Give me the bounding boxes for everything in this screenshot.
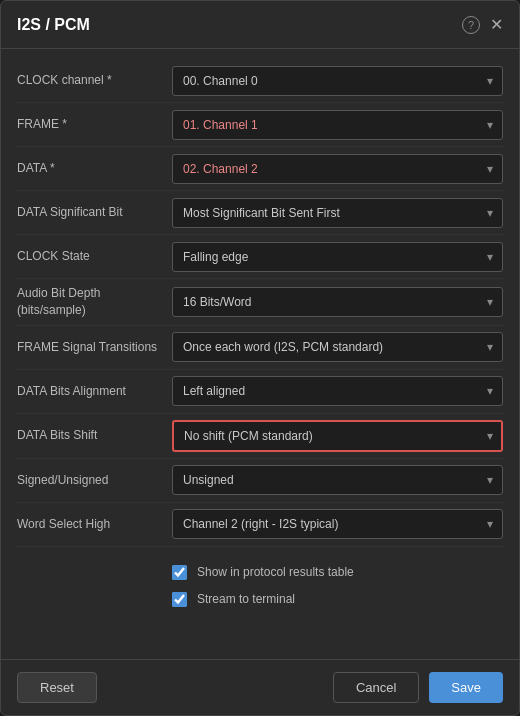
close-icon[interactable]: ✕ [490,15,503,34]
frame-signal-transitions-select[interactable]: Once each word (I2S, PCM standard) Twice… [172,332,503,362]
stream-terminal-label[interactable]: Stream to terminal [197,592,295,606]
checkboxes-section: Show in protocol results table Stream to… [17,547,503,619]
field-control-word-select-high: Channel 2 (right - I2S typical) Channel … [172,509,503,539]
field-row-frame: FRAME * 01. Channel 1 00. Channel 0 02. … [17,103,503,147]
field-control-data-bits-alignment: Left aligned Right aligned [172,376,503,406]
frame-select[interactable]: 01. Channel 1 00. Channel 0 02. Channel … [172,110,503,140]
clock-channel-select[interactable]: 00. Channel 0 01. Channel 1 02. Channel … [172,66,503,96]
save-button[interactable]: Save [429,672,503,703]
checkbox-row-stream-terminal: Stream to terminal [17,586,503,613]
checkbox-row-show-protocol: Show in protocol results table [17,559,503,586]
field-control-audio-bit-depth: 8 Bits/Word 16 Bits/Word 24 Bits/Word 32… [172,287,503,317]
field-row-data-bits-alignment: DATA Bits Alignment Left aligned Right a… [17,370,503,414]
field-label-data-bits-shift: DATA Bits Shift [17,427,172,444]
dialog-body: CLOCK channel * 00. Channel 0 01. Channe… [1,49,519,659]
field-row-data-bits-shift: DATA Bits Shift No shift (PCM standard) … [17,414,503,459]
field-label-clock-channel: CLOCK channel * [17,72,172,89]
field-row-clock-channel: CLOCK channel * 00. Channel 0 01. Channe… [17,59,503,103]
field-row-data: DATA * 02. Channel 2 00. Channel 0 01. C… [17,147,503,191]
field-control-data-bits-shift: No shift (PCM standard) 1 bit shift [172,420,503,452]
dialog-footer: Reset Cancel Save [1,659,519,715]
dialog-header: I2S / PCM ? ✕ [1,1,519,49]
field-row-data-significant-bit: DATA Significant Bit Most Significant Bi… [17,191,503,235]
stream-terminal-checkbox[interactable] [172,592,187,607]
audio-bit-depth-select[interactable]: 8 Bits/Word 16 Bits/Word 24 Bits/Word 32… [172,287,503,317]
field-row-audio-bit-depth: Audio Bit Depth (bits/sample) 8 Bits/Wor… [17,279,503,326]
word-select-high-select[interactable]: Channel 2 (right - I2S typical) Channel … [172,509,503,539]
field-label-frame: FRAME * [17,116,172,133]
data-select[interactable]: 02. Channel 2 00. Channel 0 01. Channel … [172,154,503,184]
field-row-clock-state: CLOCK State Falling edge Rising edge [17,235,503,279]
i2s-pcm-dialog: I2S / PCM ? ✕ CLOCK channel * 00. Channe… [0,0,520,716]
field-label-data-significant-bit: DATA Significant Bit [17,204,172,221]
field-label-frame-signal-transitions: FRAME Signal Transitions [17,339,172,356]
cancel-button[interactable]: Cancel [333,672,419,703]
clock-state-select[interactable]: Falling edge Rising edge [172,242,503,272]
show-protocol-checkbox[interactable] [172,565,187,580]
signed-unsigned-select[interactable]: Unsigned Signed [172,465,503,495]
field-control-data-significant-bit: Most Significant Bit Sent First Least Si… [172,198,503,228]
show-protocol-label[interactable]: Show in protocol results table [197,565,354,579]
data-bits-shift-select[interactable]: No shift (PCM standard) 1 bit shift [172,420,503,452]
field-label-clock-state: CLOCK State [17,248,172,265]
field-control-frame: 01. Channel 1 00. Channel 0 02. Channel … [172,110,503,140]
reset-button[interactable]: Reset [17,672,97,703]
field-row-signed-unsigned: Signed/Unsigned Unsigned Signed [17,459,503,503]
field-label-audio-bit-depth: Audio Bit Depth (bits/sample) [17,285,172,319]
field-row-frame-signal-transitions: FRAME Signal Transitions Once each word … [17,326,503,370]
field-control-clock-state: Falling edge Rising edge [172,242,503,272]
help-icon[interactable]: ? [462,16,480,34]
footer-right-buttons: Cancel Save [333,672,503,703]
field-control-signed-unsigned: Unsigned Signed [172,465,503,495]
dialog-title: I2S / PCM [17,16,452,34]
field-label-data: DATA * [17,160,172,177]
field-control-data: 02. Channel 2 00. Channel 0 01. Channel … [172,154,503,184]
field-control-frame-signal-transitions: Once each word (I2S, PCM standard) Twice… [172,332,503,362]
field-row-word-select-high: Word Select High Channel 2 (right - I2S … [17,503,503,547]
field-control-clock-channel: 00. Channel 0 01. Channel 1 02. Channel … [172,66,503,96]
field-label-word-select-high: Word Select High [17,516,172,533]
data-significant-bit-select[interactable]: Most Significant Bit Sent First Least Si… [172,198,503,228]
field-label-signed-unsigned: Signed/Unsigned [17,472,172,489]
field-label-data-bits-alignment: DATA Bits Alignment [17,383,172,400]
data-bits-alignment-select[interactable]: Left aligned Right aligned [172,376,503,406]
